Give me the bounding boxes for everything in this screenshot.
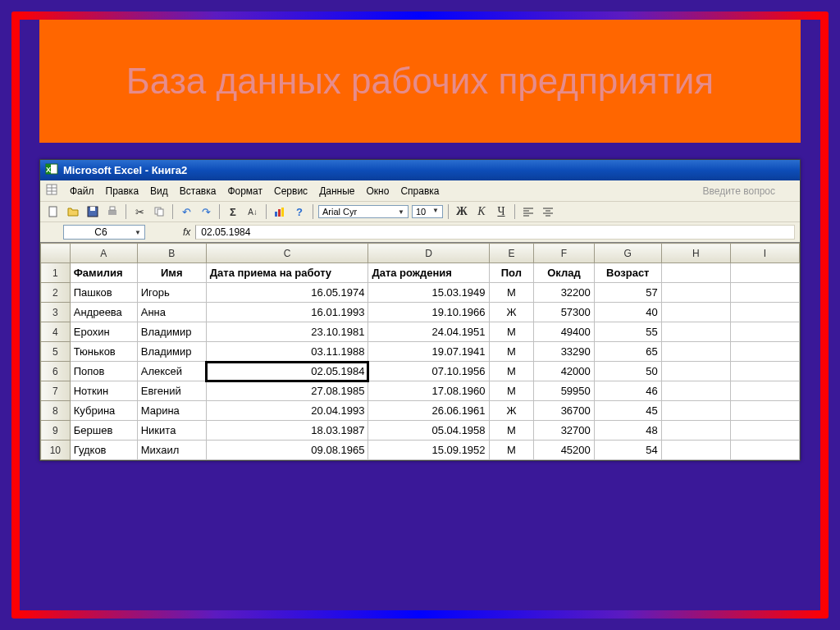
help-search-input[interactable]: Введите вопрос (703, 185, 796, 197)
cell[interactable]: 57 (594, 283, 661, 303)
row-header[interactable]: 1 (41, 263, 71, 283)
cell[interactable] (730, 303, 799, 322)
cell[interactable]: Кубрина (70, 401, 137, 421)
cell[interactable]: Пашков (70, 283, 137, 303)
fx-icon[interactable]: fx (183, 226, 190, 238)
menu-tools[interactable]: Сервис (274, 185, 308, 197)
align-left-icon[interactable] (520, 203, 536, 220)
row-header[interactable]: 3 (41, 303, 71, 322)
cell[interactable]: 55 (594, 322, 661, 342)
cell[interactable]: Гудков (70, 441, 137, 460)
new-icon[interactable] (45, 203, 62, 220)
cell[interactable]: Пол (489, 263, 534, 283)
cell[interactable]: Игорь (137, 283, 206, 303)
font-name-combo[interactable]: Arial Cyr ▼ (318, 205, 409, 218)
cell[interactable]: Евгений (137, 381, 206, 401)
col-header-D[interactable]: D (368, 244, 489, 263)
cell[interactable]: 15.03.1949 (368, 283, 489, 303)
cell[interactable]: 20.04.1993 (206, 401, 368, 421)
cell[interactable]: Ж (489, 401, 534, 421)
cell[interactable]: 36700 (534, 401, 595, 421)
cell[interactable] (730, 381, 799, 401)
cell[interactable]: 17.08.1960 (368, 381, 489, 401)
cell[interactable] (730, 322, 799, 342)
cell[interactable] (661, 381, 730, 401)
cell[interactable]: 16.01.1993 (206, 303, 368, 322)
col-header-I[interactable]: I (730, 244, 799, 263)
cell[interactable]: 54 (594, 441, 661, 460)
row-header[interactable]: 9 (41, 421, 71, 441)
cell[interactable] (661, 303, 730, 322)
col-header-C[interactable]: C (206, 244, 368, 263)
cell[interactable] (661, 421, 730, 441)
col-header-F[interactable]: F (534, 244, 595, 263)
col-header-B[interactable]: B (137, 244, 206, 263)
cell[interactable]: Фамилия (70, 263, 137, 283)
cell[interactable] (661, 322, 730, 342)
cell[interactable] (661, 283, 730, 303)
cell[interactable]: 07.10.1956 (368, 362, 489, 381)
cell[interactable]: Дата приема на работу (206, 263, 368, 283)
cell[interactable] (730, 342, 799, 362)
menu-help[interactable]: Справка (400, 185, 439, 197)
cell[interactable]: 48 (594, 421, 661, 441)
menu-view[interactable]: Вид (150, 185, 168, 197)
cell[interactable]: 45 (594, 401, 661, 421)
cell[interactable]: 49400 (534, 322, 595, 342)
print-icon[interactable] (104, 203, 121, 220)
cell[interactable]: 32200 (534, 283, 595, 303)
select-all-corner[interactable] (41, 244, 71, 263)
cell[interactable]: Андреева (70, 303, 137, 322)
cell[interactable]: М (489, 342, 534, 362)
menu-edit[interactable]: Правка (106, 185, 139, 197)
cell[interactable]: 03.11.1988 (206, 342, 368, 362)
worksheet-grid[interactable]: A B C D E F G H I 1 Фамилия (40, 242, 800, 460)
cell[interactable]: Владимир (137, 342, 206, 362)
cell[interactable]: 57300 (534, 303, 595, 322)
cell[interactable]: 33290 (534, 342, 595, 362)
col-header-G[interactable]: G (594, 244, 661, 263)
cell[interactable]: 42000 (534, 362, 595, 381)
cell[interactable] (730, 263, 799, 283)
bold-button[interactable]: Ж (454, 203, 470, 220)
cell[interactable]: Бершев (70, 421, 137, 441)
underline-button[interactable]: Ч (493, 203, 509, 220)
cell[interactable]: Ноткин (70, 381, 137, 401)
sort-asc-icon[interactable]: А↓ (244, 203, 261, 220)
cell[interactable]: 59950 (534, 381, 595, 401)
row-header[interactable]: 10 (41, 441, 71, 460)
cell[interactable] (661, 441, 730, 460)
cell[interactable] (730, 362, 799, 381)
chart-icon[interactable] (272, 203, 288, 220)
cell[interactable] (661, 362, 730, 381)
cell[interactable]: 46 (594, 381, 661, 401)
name-box[interactable]: C6 ▼ (63, 225, 145, 240)
cell[interactable]: Михаил (137, 441, 206, 460)
cell[interactable]: М (489, 421, 534, 441)
row-header[interactable]: 4 (41, 322, 71, 342)
cell[interactable]: 09.08.1965 (206, 441, 368, 460)
col-header-E[interactable]: E (489, 244, 534, 263)
cell[interactable]: 27.08.1985 (206, 381, 368, 401)
cell[interactable]: М (489, 381, 534, 401)
cell[interactable]: М (489, 441, 534, 460)
cell[interactable]: Владимир (137, 322, 206, 342)
menu-data[interactable]: Данные (319, 185, 354, 197)
cell[interactable]: 45200 (534, 441, 595, 460)
cell[interactable]: М (489, 283, 534, 303)
col-header-A[interactable]: A (70, 244, 137, 263)
row-header[interactable]: 6 (41, 362, 71, 381)
cell[interactable]: 15.09.1952 (368, 441, 489, 460)
cell[interactable]: 19.07.1941 (368, 342, 489, 362)
cell[interactable]: 50 (594, 362, 661, 381)
cell[interactable]: 24.04.1951 (368, 322, 489, 342)
col-header-H[interactable]: H (661, 244, 730, 263)
open-icon[interactable] (65, 203, 81, 220)
menu-file[interactable]: Файл (70, 185, 94, 197)
cell[interactable]: Возраст (594, 263, 661, 283)
row-header[interactable]: 2 (41, 283, 71, 303)
cell[interactable]: Ерохин (70, 322, 137, 342)
cell[interactable]: 02.05.1984 (206, 362, 368, 381)
cell[interactable]: 65 (594, 342, 661, 362)
cell[interactable]: 18.03.1987 (206, 421, 368, 441)
